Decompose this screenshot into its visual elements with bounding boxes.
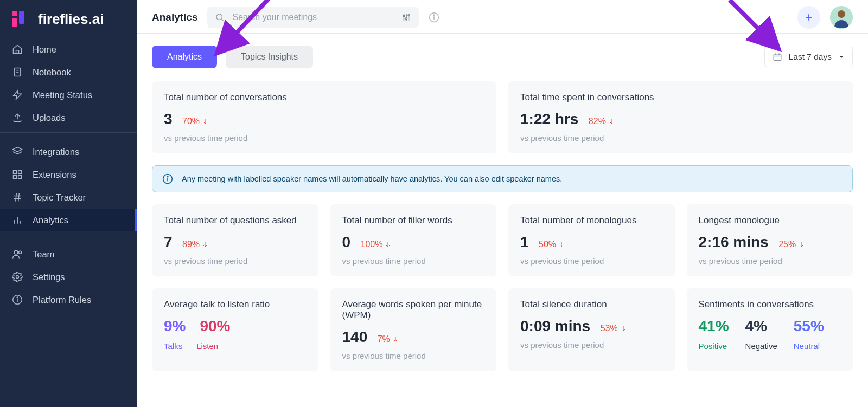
sidebar-item-analytics[interactable]: Analytics <box>0 209 137 231</box>
card-delta: 82% <box>589 117 615 126</box>
card-title: Sentiments in conversations <box>699 299 841 310</box>
svg-line-27 <box>222 19 224 21</box>
card-monologues: Total number of monologues 1 50% vs prev… <box>508 204 675 276</box>
gear-icon <box>12 272 23 282</box>
hash-icon <box>12 192 23 203</box>
svg-rect-11 <box>14 176 17 179</box>
help-info-icon[interactable] <box>429 12 439 23</box>
sidebar-item-label: Platform Rules <box>33 295 91 305</box>
search-input[interactable] <box>231 12 395 23</box>
sidebar-item-label: Home <box>33 44 56 55</box>
svg-rect-41 <box>774 54 781 61</box>
card-value: 1 <box>520 234 529 251</box>
card-title: Total number of questions asked <box>164 215 307 226</box>
ratio-listen-label: Listen <box>196 341 218 351</box>
card-sub: vs previous time period <box>699 256 841 266</box>
search-box[interactable] <box>207 7 419 28</box>
sidebar-item-team[interactable]: Team <box>0 243 137 266</box>
card-delta: 89% <box>182 240 208 249</box>
sidebar-item-label: Notebook <box>33 67 71 77</box>
sidebar-item-label: Meeting Status <box>33 90 92 100</box>
card-sub: vs previous time period <box>342 256 485 266</box>
brand[interactable]: fireflies.ai <box>0 0 137 34</box>
search-icon <box>215 12 225 22</box>
card-delta: 50% <box>539 240 565 249</box>
card-value: 7 <box>164 234 173 251</box>
card-title: Average talk to listen ratio <box>164 299 307 310</box>
card-value: 1:22 hrs <box>520 111 578 128</box>
info-icon <box>12 294 23 305</box>
sidebar-item-label: Uploads <box>33 113 66 123</box>
card-title: Total time spent in conversations <box>520 92 841 103</box>
card-longest-monologue: Longest monologue 2:16 mins 25% vs previ… <box>687 204 853 276</box>
ratio-talks-label: Talks <box>164 341 182 351</box>
svg-point-50 <box>167 176 168 177</box>
sidebar: fireflies.ai Home Notebook Meeting Statu… <box>0 0 137 407</box>
card-questions: Total number of questions asked 7 89% vs… <box>152 204 318 276</box>
card-value: 2:16 mins <box>699 234 769 251</box>
card-sub: vs previous time period <box>164 256 307 266</box>
card-value: 0 <box>342 234 351 251</box>
ratio-listen-value: 90% <box>200 318 230 335</box>
sidebar-item-platform-rules[interactable]: Platform Rules <box>0 288 137 311</box>
svg-rect-9 <box>14 171 17 174</box>
sidebar-item-home[interactable]: Home <box>0 38 137 61</box>
svg-point-40 <box>838 10 845 18</box>
content: Analytics Topics Insights Last 7 days To… <box>137 34 868 395</box>
card-title: Total number of conversations <box>164 92 484 103</box>
calendar-icon <box>773 52 782 62</box>
card-delta: 100% <box>361 240 392 249</box>
card-sub: vs previous time period <box>342 351 485 360</box>
arrow-down-icon <box>798 241 805 248</box>
arrow-down-icon <box>392 336 399 343</box>
card-sentiments: Sentiments in conversations 41% Positive… <box>687 288 853 371</box>
svg-point-22 <box>16 276 19 279</box>
svg-point-33 <box>408 14 410 16</box>
card-value: 0:09 mins <box>520 318 590 335</box>
grid-icon <box>12 169 23 180</box>
card-title: Total silence duration <box>520 299 663 310</box>
arrow-down-icon <box>202 241 208 248</box>
card-title: Longest monologue <box>699 215 841 226</box>
card-title: Total number of monologues <box>520 215 663 226</box>
card-total-time: Total time spent in conversations 1:22 h… <box>508 81 853 153</box>
sidebar-item-integrations[interactable]: Integrations <box>0 140 137 163</box>
sidebar-item-label: Extensions <box>33 170 76 180</box>
nav-divider <box>0 235 137 235</box>
sidebar-item-extensions[interactable]: Extensions <box>0 163 137 186</box>
date-range-picker[interactable]: Last 7 days <box>764 47 853 67</box>
svg-line-15 <box>16 193 17 202</box>
sidebar-item-uploads[interactable]: Uploads <box>0 106 137 129</box>
svg-line-16 <box>18 193 20 202</box>
sentiment-neutral-label: Neutral <box>794 341 824 351</box>
sidebar-item-notebook[interactable]: Notebook <box>0 61 137 83</box>
sidebar-item-settings[interactable]: Settings <box>0 266 137 288</box>
main: Analytics Analytics Topics Insights <box>137 0 868 407</box>
card-delta: 7% <box>378 334 399 344</box>
sidebar-item-meeting-status[interactable]: Meeting Status <box>0 83 137 106</box>
sidebar-item-label: Settings <box>33 272 65 282</box>
card-total-conversations: Total number of conversations 3 70% vs p… <box>152 81 496 153</box>
svg-rect-2 <box>19 11 24 24</box>
svg-marker-45 <box>840 56 843 59</box>
users-icon <box>12 249 23 260</box>
layers-icon <box>12 146 23 157</box>
svg-marker-8 <box>13 147 22 152</box>
sidebar-item-topic-tracker[interactable]: Topic Tracker <box>0 186 137 209</box>
sidebar-item-label: Integrations <box>33 147 79 157</box>
card-title: Total number of filler words <box>342 215 485 226</box>
card-sub: vs previous time period <box>520 256 663 266</box>
tab-analytics[interactable]: Analytics <box>152 46 217 68</box>
add-button[interactable] <box>797 6 820 29</box>
sliders-icon[interactable] <box>401 12 411 22</box>
svg-point-36 <box>434 15 435 16</box>
svg-point-20 <box>14 250 18 254</box>
tab-topics-insights[interactable]: Topics Insights <box>226 46 313 68</box>
arrow-down-icon <box>608 118 615 125</box>
card-filler-words: Total number of filler words 0 100% vs p… <box>330 204 497 276</box>
ratio-talks-value: 9% <box>164 318 186 335</box>
arrow-down-icon <box>385 241 391 248</box>
card-silence-duration: Total silence duration 0:09 mins 53% vs … <box>508 288 675 371</box>
user-avatar[interactable] <box>830 6 853 29</box>
sentiment-positive-value: 41% <box>699 318 729 335</box>
